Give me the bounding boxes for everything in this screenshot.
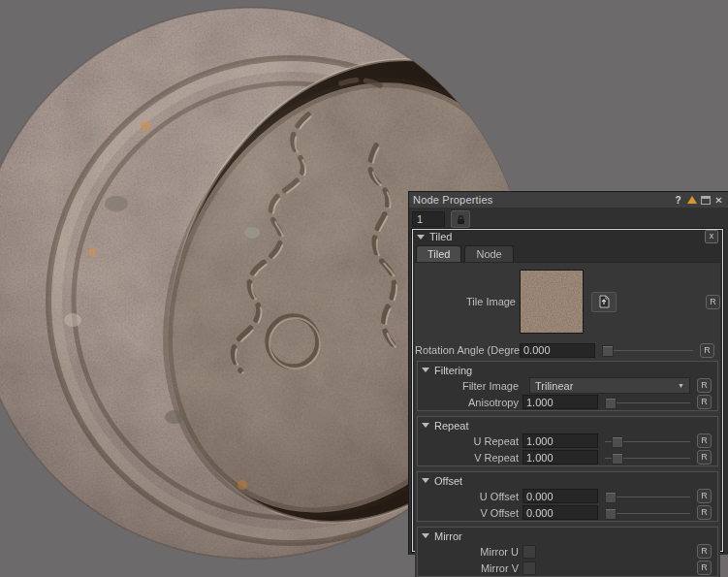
float-window-icon[interactable] [700, 195, 711, 206]
v-repeat-label: V Repeat [418, 452, 519, 464]
u-offset-row: U Offset 0.000 R [418, 488, 717, 504]
anisotropy-reset-button[interactable]: R [697, 395, 712, 409]
mirror-v-label: Mirror V [418, 562, 519, 574]
pin-lock-button[interactable] [451, 210, 470, 228]
v-offset-slider[interactable] [605, 507, 690, 519]
mirror-header[interactable]: Mirror [418, 528, 717, 543]
anisotropy-input[interactable]: 1.000 [522, 395, 598, 409]
repeat-title: Repeat [434, 420, 468, 432]
slider-track [602, 350, 693, 351]
tile-image-thumbnail[interactable] [520, 270, 584, 334]
offset-header[interactable]: Offset [418, 472, 717, 488]
slider-handle[interactable] [605, 398, 617, 409]
pin-count-field[interactable]: 1 [412, 211, 445, 227]
rotation-label: Rotation Angle (Degrees) [415, 344, 516, 356]
offset-title: Offset [434, 475, 462, 487]
tiled-group-title: Tiled [429, 231, 705, 242]
group-close-button[interactable]: x [705, 230, 718, 243]
tab-tiled[interactable]: Tiled [416, 245, 461, 262]
mirror-title: Mirror [434, 530, 462, 542]
tiled-group-header[interactable]: Tiled x [413, 230, 722, 243]
expand-triangle-icon [687, 196, 697, 204]
v-offset-reset-button[interactable]: R [697, 505, 712, 520]
node-properties-panel: Node Properties ? ✕ 1 Tiled x Tiled Node [408, 191, 728, 555]
v-repeat-slider[interactable] [605, 452, 690, 464]
collapse-icon [422, 368, 429, 372]
tiled-node-group: Tiled x Tiled Node Tile Image [412, 229, 723, 552]
mirror-u-row: Mirror U R [418, 543, 717, 560]
mirror-u-checkbox[interactable] [522, 545, 536, 559]
filtering-title: Filtering [434, 365, 472, 376]
mirror-u-reset-button[interactable]: R [697, 544, 712, 559]
mirror-section: Mirror Mirror U R Mirror V R [417, 527, 718, 577]
load-image-button[interactable] [591, 292, 617, 312]
u-offset-input[interactable]: 0.000 [522, 489, 598, 503]
offset-section: Offset U Offset 0.000 R V Offset 0.000 [417, 471, 718, 522]
filter-image-value: Trilinear [535, 380, 573, 392]
u-offset-label: U Offset [418, 491, 519, 502]
panel-toolbar: 1 [409, 208, 728, 231]
anisotropy-label: Anisotropy [418, 397, 519, 408]
rotation-reset-button[interactable]: R [700, 343, 714, 358]
mirror-v-checkbox[interactable] [522, 561, 536, 575]
rotation-input[interactable]: 0.000 [520, 343, 595, 358]
panel-title: Node Properties [413, 194, 673, 206]
filter-image-reset-button[interactable]: R [697, 378, 712, 393]
collapse-icon [422, 423, 429, 428]
tile-image-reset-button[interactable]: R [706, 295, 720, 309]
mirror-u-label: Mirror U [418, 546, 519, 558]
float-glyph-icon [701, 196, 711, 205]
anisotropy-row: Anisotropy 1.000 R [418, 394, 717, 410]
v-repeat-reset-button[interactable]: R [697, 450, 712, 465]
v-repeat-row: V Repeat 1.000 R [418, 449, 717, 465]
mirror-v-reset-button[interactable]: R [697, 561, 712, 575]
u-repeat-row: U Repeat 1.000 R [418, 433, 717, 449]
help-icon[interactable]: ? [673, 195, 683, 206]
v-repeat-input[interactable]: 1.000 [522, 450, 598, 465]
u-repeat-input[interactable]: 1.000 [522, 433, 598, 448]
filter-image-row: Filter Image Trilinear ▼ R [418, 377, 717, 394]
u-repeat-reset-button[interactable]: R [697, 433, 712, 448]
close-icon[interactable]: ✕ [713, 195, 724, 206]
u-repeat-label: U Repeat [418, 435, 519, 447]
rotation-row: Rotation Angle (Degrees) 0.000 R [415, 341, 720, 359]
slider-handle[interactable] [605, 508, 617, 520]
u-repeat-slider[interactable] [605, 435, 690, 447]
tab-node[interactable]: Node [464, 245, 513, 262]
anisotropy-slider[interactable] [605, 397, 690, 408]
u-offset-slider[interactable] [605, 491, 690, 502]
lock-icon [456, 214, 466, 225]
rotation-slider[interactable] [602, 344, 693, 356]
slider-track [605, 513, 690, 514]
filtering-section: Filtering Filter Image Trilinear ▼ R Ani… [417, 361, 718, 411]
slider-handle[interactable] [612, 453, 623, 465]
collapse-icon [422, 478, 429, 483]
slider-track [605, 497, 690, 497]
filter-image-dropdown[interactable]: Trilinear ▼ [529, 377, 690, 394]
collapse-icon [422, 533, 429, 538]
v-offset-input[interactable]: 0.000 [522, 505, 598, 520]
tiled-tab-content: Tile Image R Rotation A [415, 262, 720, 577]
tile-image-row: Tile Image R [415, 270, 720, 334]
tile-image-label: Tile Image [415, 296, 516, 307]
repeat-section: Repeat U Repeat 1.000 R V Repeat 1.000 [417, 416, 718, 466]
load-image-icon [597, 295, 611, 308]
tab-bar: Tiled Node [413, 243, 722, 262]
slider-handle[interactable] [602, 345, 614, 357]
mirror-v-row: Mirror V R [418, 560, 717, 576]
v-offset-row: V Offset 0.000 R [418, 504, 717, 521]
filtering-header[interactable]: Filtering [418, 362, 717, 377]
slider-track [605, 402, 690, 403]
panel-titlebar[interactable]: Node Properties ? ✕ [409, 192, 728, 208]
slider-handle[interactable] [612, 436, 623, 448]
expand-icon[interactable] [686, 195, 697, 206]
chevron-down-icon: ▼ [678, 382, 684, 389]
collapse-icon [417, 235, 425, 240]
repeat-header[interactable]: Repeat [418, 417, 717, 433]
filter-image-label: Filter Image [418, 380, 519, 392]
slider-handle[interactable] [605, 492, 617, 503]
u-offset-reset-button[interactable]: R [697, 489, 712, 503]
v-offset-label: V Offset [418, 507, 519, 519]
